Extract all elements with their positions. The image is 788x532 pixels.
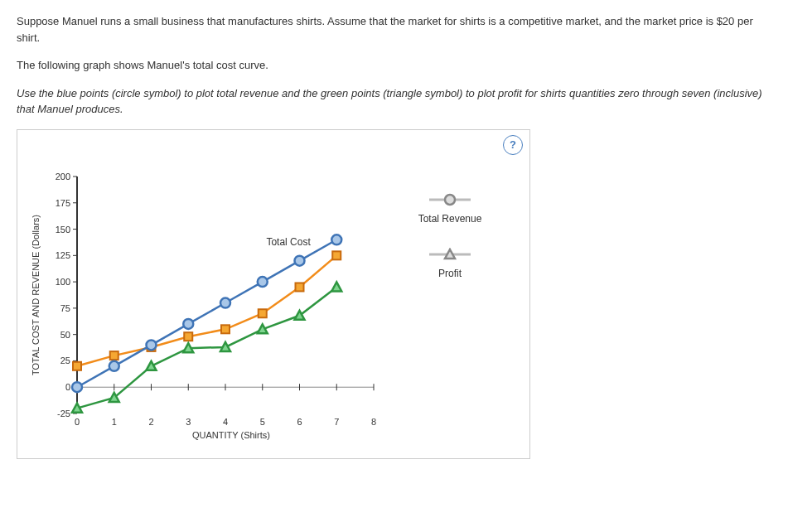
- svg-text:2: 2: [148, 417, 153, 427]
- legend-item-total-revenue[interactable]: Total Revenue: [392, 193, 508, 226]
- svg-text:125: 125: [56, 250, 70, 260]
- svg-point-56: [258, 277, 268, 287]
- svg-text:0: 0: [75, 417, 80, 427]
- circle-icon: [429, 193, 471, 206]
- svg-text:5: 5: [260, 417, 265, 427]
- svg-rect-44: [110, 351, 118, 360]
- intro-paragraph-3: Use the blue points (circle symbol) to p…: [17, 85, 771, 118]
- svg-text:3: 3: [186, 417, 191, 427]
- svg-marker-66: [331, 282, 341, 291]
- svg-rect-50: [332, 251, 341, 259]
- svg-text:75: 75: [60, 302, 70, 312]
- svg-text:TOTAL COST AND REVENUE (Dollar: TOTAL COST AND REVENUE (Dollars): [31, 215, 41, 375]
- legend-label-total-revenue: Total Revenue: [418, 213, 482, 225]
- svg-text:7: 7: [334, 417, 339, 427]
- svg-point-58: [331, 235, 341, 244]
- intro-paragraph-2: The following graph shows Manuel's total…: [17, 57, 771, 74]
- svg-marker-62: [183, 343, 193, 352]
- svg-text:6: 6: [297, 417, 302, 427]
- chart-plot-area[interactable]: -250255075100125150175200012345678QUANTI…: [26, 168, 382, 450]
- help-button[interactable]: ?: [503, 135, 523, 155]
- svg-point-54: [183, 318, 193, 328]
- svg-point-53: [147, 340, 157, 350]
- svg-marker-63: [220, 341, 230, 351]
- svg-point-55: [220, 297, 230, 307]
- svg-text:150: 150: [56, 224, 70, 234]
- svg-text:50: 50: [60, 329, 70, 339]
- svg-text:0: 0: [65, 382, 70, 392]
- svg-marker-71: [445, 249, 455, 259]
- chart-legend: Total Revenue Profit: [392, 168, 508, 302]
- svg-text:8: 8: [371, 417, 376, 427]
- triangle-icon: [429, 248, 471, 261]
- legend-item-profit[interactable]: Profit: [392, 248, 508, 281]
- svg-marker-61: [147, 360, 157, 370]
- svg-text:1: 1: [112, 417, 117, 427]
- svg-text:4: 4: [223, 417, 228, 427]
- svg-rect-49: [296, 283, 304, 291]
- svg-point-69: [445, 195, 455, 205]
- chart-svg: -250255075100125150175200012345678QUANTI…: [26, 168, 382, 450]
- svg-point-51: [72, 382, 82, 392]
- svg-rect-47: [221, 325, 230, 333]
- svg-point-57: [295, 255, 305, 265]
- svg-text:175: 175: [56, 197, 70, 207]
- svg-text:QUANTITY (Shirts): QUANTITY (Shirts): [192, 430, 270, 440]
- svg-text:200: 200: [56, 172, 70, 181]
- svg-text:100: 100: [56, 277, 70, 287]
- svg-rect-46: [184, 332, 192, 341]
- svg-rect-48: [259, 309, 267, 317]
- svg-text:-25: -25: [57, 409, 70, 418]
- svg-rect-43: [73, 361, 81, 370]
- svg-point-52: [109, 360, 119, 370]
- svg-text:25: 25: [60, 355, 70, 365]
- intro-paragraph-1: Suppose Manuel runs a small business tha…: [17, 13, 771, 46]
- svg-text:Total Cost: Total Cost: [266, 235, 311, 247]
- legend-label-profit: Profit: [438, 268, 462, 279]
- svg-marker-64: [258, 324, 268, 333]
- svg-marker-59: [72, 403, 82, 412]
- chart-container: ? -250255075100125150175200012345678QUAN…: [17, 129, 530, 459]
